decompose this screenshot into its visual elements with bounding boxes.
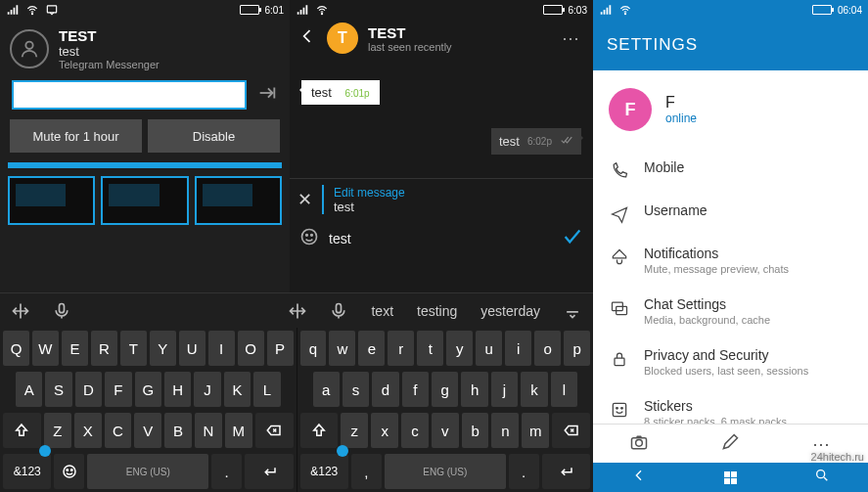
key-o[interactable]: o bbox=[534, 331, 561, 366]
key-b[interactable]: b bbox=[462, 413, 489, 448]
key-l[interactable]: l bbox=[551, 372, 577, 407]
shift-key[interactable] bbox=[300, 413, 339, 448]
cursor-move-icon[interactable] bbox=[277, 301, 318, 321]
mute-button[interactable]: Mute for 1 hour bbox=[10, 119, 142, 153]
settings-item-mobile[interactable]: Mobile bbox=[593, 149, 868, 192]
key-t[interactable]: t bbox=[417, 331, 443, 366]
key-v[interactable]: V bbox=[134, 413, 161, 448]
key-z[interactable]: z bbox=[341, 413, 368, 448]
key-a[interactable]: A bbox=[16, 372, 42, 407]
task-thumb[interactable] bbox=[8, 176, 95, 225]
space-key[interactable]: ENG (US) bbox=[87, 454, 208, 489]
key-f[interactable]: f bbox=[402, 372, 429, 407]
key-i[interactable]: I bbox=[208, 331, 235, 366]
profile-row[interactable]: F F online bbox=[593, 70, 868, 149]
numeric-key[interactable]: &123 bbox=[300, 454, 348, 489]
key-f[interactable]: F bbox=[105, 372, 131, 407]
key-s[interactable]: S bbox=[45, 372, 71, 407]
key-m[interactable]: M bbox=[225, 413, 252, 448]
key-x[interactable]: X bbox=[74, 413, 102, 448]
more-options-button[interactable]: ⋯ bbox=[558, 23, 585, 53]
settings-item-username[interactable]: Username bbox=[593, 192, 868, 235]
task-thumb[interactable] bbox=[101, 176, 188, 225]
key-z[interactable]: Z bbox=[44, 413, 71, 448]
enter-key[interactable] bbox=[542, 454, 590, 489]
key-t[interactable]: T bbox=[120, 331, 147, 366]
confirm-edit-button[interactable] bbox=[562, 226, 583, 251]
comma-key[interactable]: , bbox=[351, 454, 382, 489]
key-o[interactable]: O bbox=[238, 331, 264, 366]
key-k[interactable]: k bbox=[521, 372, 547, 407]
back-button[interactable] bbox=[297, 26, 317, 50]
cancel-edit-button[interactable]: ✕ bbox=[297, 189, 312, 210]
nav-search-button[interactable] bbox=[814, 468, 830, 487]
key-h[interactable]: H bbox=[164, 372, 191, 407]
expand-suggestions-icon[interactable] bbox=[552, 301, 593, 321]
emoji-key[interactable] bbox=[54, 454, 84, 489]
key-w[interactable]: W bbox=[32, 331, 59, 366]
key-x[interactable]: x bbox=[371, 413, 398, 448]
key-w[interactable]: w bbox=[329, 331, 355, 366]
key-k[interactable]: K bbox=[224, 372, 251, 407]
key-u[interactable]: U bbox=[179, 331, 206, 366]
key-d[interactable]: d bbox=[372, 372, 398, 407]
key-r[interactable]: R bbox=[91, 331, 117, 366]
nav-back-button[interactable] bbox=[631, 468, 647, 487]
numeric-key[interactable]: &123 bbox=[3, 454, 51, 489]
voice-input-icon[interactable] bbox=[41, 301, 82, 321]
incoming-message[interactable]: test 6:01p bbox=[301, 80, 380, 105]
key-u[interactable]: u bbox=[476, 331, 502, 366]
space-key[interactable]: ENG (US) bbox=[385, 454, 506, 489]
camera-button[interactable] bbox=[629, 432, 649, 456]
key-e[interactable]: E bbox=[62, 331, 88, 366]
settings-item-notifications[interactable]: Notifications Mute, message preview, cha… bbox=[593, 235, 868, 286]
suggestion[interactable]: yesterday bbox=[469, 303, 552, 319]
key-j[interactable]: J bbox=[194, 372, 220, 407]
key-g[interactable]: g bbox=[432, 372, 458, 407]
key-c[interactable]: c bbox=[401, 413, 429, 448]
key-l[interactable]: L bbox=[253, 372, 280, 407]
key-q[interactable]: q bbox=[300, 331, 327, 366]
enter-key[interactable] bbox=[245, 454, 293, 489]
voice-input-icon[interactable] bbox=[318, 301, 359, 321]
key-y[interactable]: Y bbox=[150, 331, 176, 366]
key-c[interactable]: C bbox=[105, 413, 132, 448]
backspace-key[interactable] bbox=[255, 413, 294, 448]
suggestion[interactable]: text bbox=[359, 303, 405, 319]
key-e[interactable]: e bbox=[358, 331, 385, 366]
period-key[interactable]: . bbox=[211, 454, 242, 489]
cursor-move-icon[interactable] bbox=[0, 301, 41, 321]
suggestion[interactable]: testing bbox=[405, 303, 469, 319]
outgoing-message[interactable]: test 6:02p bbox=[491, 128, 581, 155]
key-p[interactable]: P bbox=[267, 331, 294, 366]
compose-input[interactable]: test bbox=[329, 231, 552, 246]
key-s[interactable]: s bbox=[343, 372, 369, 407]
key-n[interactable]: N bbox=[195, 413, 222, 448]
key-r[interactable]: r bbox=[388, 331, 414, 366]
nav-start-button[interactable] bbox=[724, 471, 737, 484]
edit-button[interactable] bbox=[720, 432, 740, 456]
key-v[interactable]: v bbox=[432, 413, 459, 448]
key-q[interactable]: Q bbox=[3, 331, 29, 366]
backspace-key[interactable] bbox=[552, 413, 590, 448]
shift-key[interactable] bbox=[3, 413, 41, 448]
cursor-dot-icon[interactable] bbox=[337, 445, 348, 457]
chat-header-titles[interactable]: TEST last seen recently bbox=[368, 24, 548, 53]
settings-item-privacy[interactable]: Privacy and Security Blocked users, last… bbox=[593, 336, 868, 387]
key-i[interactable]: i bbox=[505, 331, 531, 366]
key-d[interactable]: D bbox=[75, 372, 102, 407]
key-j[interactable]: j bbox=[491, 372, 518, 407]
emoji-button[interactable] bbox=[299, 227, 319, 250]
settings-item-chat[interactable]: Chat Settings Media, background, cache bbox=[593, 286, 868, 336]
quick-reply-input[interactable] bbox=[12, 80, 247, 110]
key-b[interactable]: B bbox=[164, 413, 192, 448]
key-n[interactable]: n bbox=[491, 413, 519, 448]
send-reply-icon[interactable] bbox=[256, 82, 278, 108]
key-h[interactable]: h bbox=[461, 372, 487, 407]
disable-button[interactable]: Disable bbox=[148, 119, 280, 153]
key-p[interactable]: p bbox=[564, 331, 590, 366]
key-y[interactable]: y bbox=[446, 331, 473, 366]
key-g[interactable]: G bbox=[135, 372, 161, 407]
cursor-dot-icon[interactable] bbox=[39, 445, 51, 457]
key-m[interactable]: m bbox=[522, 413, 549, 448]
